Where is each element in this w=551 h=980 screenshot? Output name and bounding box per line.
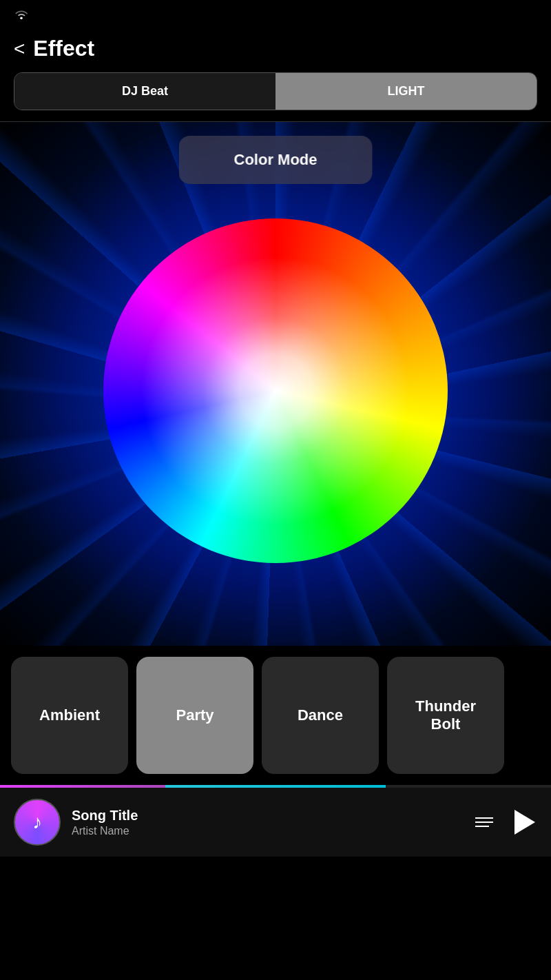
- color-wheel-wrapper[interactable]: [103, 218, 448, 563]
- progress-cyan: [165, 785, 386, 788]
- color-mode-button[interactable]: Color Mode: [179, 136, 373, 184]
- effect-btn-party[interactable]: Party: [136, 657, 253, 774]
- back-button[interactable]: <: [14, 39, 25, 59]
- color-wheel[interactable]: [103, 218, 448, 563]
- player-bar: ♪ Song Title Artist Name: [0, 788, 551, 857]
- page-title: Effect: [33, 36, 94, 61]
- effects-row: Ambient Party Dance ThunderBolt: [0, 646, 551, 785]
- play-triangle-icon: [514, 810, 535, 835]
- color-mode-section: Color Mode: [0, 122, 551, 646]
- album-art: ♪: [14, 799, 61, 846]
- player-controls: [475, 808, 537, 836]
- progress-remaining: [386, 785, 551, 788]
- wifi-icon: [14, 8, 29, 22]
- color-mode-button-wrapper: Color Mode: [179, 136, 373, 184]
- header: < Effect: [0, 30, 551, 72]
- effect-btn-dance[interactable]: Dance: [262, 657, 379, 774]
- tab-light[interactable]: LIGHT: [276, 73, 537, 110]
- playlist-icon[interactable]: [475, 817, 493, 827]
- play-button[interactable]: [510, 808, 537, 836]
- status-bar: [0, 0, 551, 30]
- track-title: Song Title: [72, 808, 464, 824]
- tab-switcher: DJ Beat LIGHT: [14, 72, 537, 110]
- progress-bar: [0, 785, 551, 788]
- music-note-icon: ♪: [32, 811, 42, 833]
- track-info: Song Title Artist Name: [72, 808, 464, 837]
- track-artist: Artist Name: [72, 825, 464, 837]
- tab-dj-beat[interactable]: DJ Beat: [14, 73, 276, 110]
- effect-btn-ambient[interactable]: Ambient: [11, 657, 128, 774]
- progress-pink: [0, 785, 165, 788]
- effect-btn-thunderbolt[interactable]: ThunderBolt: [387, 657, 504, 774]
